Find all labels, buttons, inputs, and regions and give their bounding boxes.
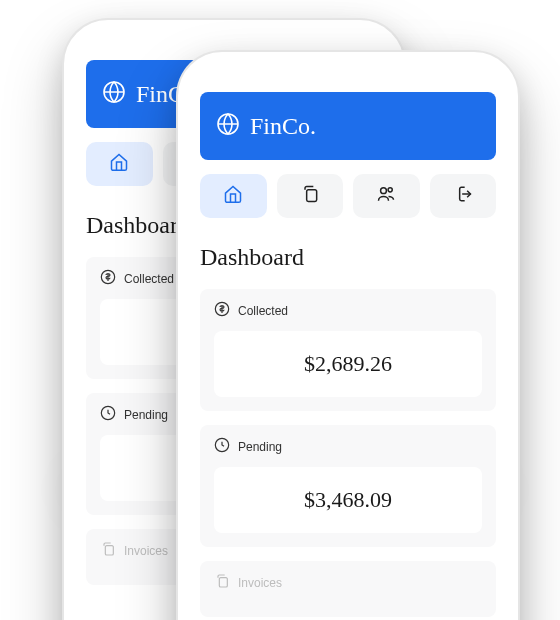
document-icon — [100, 541, 116, 561]
card-label: Invoices — [124, 544, 168, 558]
document-icon — [300, 184, 320, 208]
globe-icon — [102, 80, 126, 108]
home-icon — [109, 152, 129, 176]
globe-icon — [216, 112, 240, 140]
card-value-box: $3,468.09 — [214, 467, 482, 533]
brand-title: FinCo. — [250, 113, 316, 140]
nav-row — [200, 174, 496, 218]
logout-icon — [453, 184, 473, 208]
collected-value: $2,689.26 — [228, 351, 468, 377]
phone-screen: FinCo. — [188, 62, 508, 620]
card-header: Collected — [214, 301, 482, 321]
nav-documents[interactable] — [277, 174, 344, 218]
card-collected: Collected $2,689.26 — [200, 289, 496, 411]
nav-users[interactable] — [353, 174, 420, 218]
card-label: Pending — [124, 408, 168, 422]
home-icon — [223, 184, 243, 208]
clock-icon — [100, 405, 116, 425]
app-header: FinCo. — [200, 92, 496, 160]
clock-icon — [214, 437, 230, 457]
svg-point-9 — [381, 188, 387, 194]
dollar-circle-icon — [100, 269, 116, 289]
card-header: Invoices — [214, 573, 482, 593]
svg-point-10 — [388, 188, 392, 192]
pending-value: $3,468.09 — [228, 487, 468, 513]
page-title: Dashboard — [200, 244, 496, 271]
card-header: Pending — [214, 437, 482, 457]
nav-logout[interactable] — [430, 174, 497, 218]
card-label: Collected — [124, 272, 174, 286]
card-value-box: $2,689.26 — [214, 331, 482, 397]
users-icon — [376, 184, 396, 208]
dollar-circle-icon — [214, 301, 230, 321]
phone-notch — [273, 62, 423, 86]
phone-mockup-front: FinCo. — [178, 52, 518, 620]
phone-notch — [159, 30, 309, 54]
card-label: Collected — [238, 304, 288, 318]
nav-home[interactable] — [86, 142, 153, 186]
document-icon — [214, 573, 230, 593]
card-label: Pending — [238, 440, 282, 454]
card-pending: Pending $3,468.09 — [200, 425, 496, 547]
nav-home[interactable] — [200, 174, 267, 218]
card-label: Invoices — [238, 576, 282, 590]
card-invoices: Invoices — [200, 561, 496, 617]
